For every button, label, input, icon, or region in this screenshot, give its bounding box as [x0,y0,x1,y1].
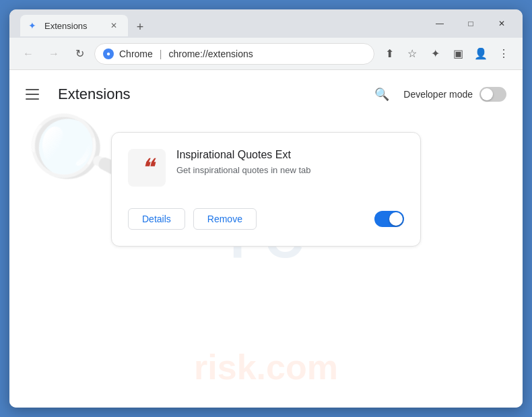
site-name: Chrome [119,49,153,59]
forward-button[interactable]: → [43,43,65,65]
share-icon[interactable]: ⬆ [378,43,400,65]
watermark-bottom: risk.com [194,347,338,387]
address-bar[interactable]: ● Chrome | chrome://extensions [94,43,374,65]
header-actions: 🔍 Developer mode [371,84,506,105]
menu-line-2 [26,94,39,95]
extension-name: Inspirational Quotes Ext [176,149,404,161]
page-content: 🔍 PC risk.com Extensions 🔍 Developer mod… [9,70,523,408]
hamburger-menu-button[interactable] [26,84,47,105]
window-controls: — □ ✕ [424,13,517,34]
menu-line-3 [26,98,39,100]
maximize-button[interactable]: □ [455,13,486,34]
menu-line-1 [26,89,39,90]
bookmark-icon[interactable]: ☆ [401,43,423,65]
menu-icon[interactable]: ⋮ [493,43,514,65]
browser-window: ✦ Extensions ✕ + — □ ✕ ← → ↻ ● Chro [9,9,523,408]
extension-enable-toggle[interactable] [374,211,404,227]
new-tab-button[interactable]: + [131,18,149,36]
developer-mode-label: Developer mode [403,89,473,100]
search-extensions-button[interactable]: 🔍 [371,84,393,105]
tab-close-btn[interactable]: ✕ [108,20,120,32]
extension-description: Get inspirational quotes in new tab [176,165,404,175]
profile-icon[interactable]: 👤 [470,43,492,65]
extension-enable-toggle-knob [389,212,403,226]
extension-card-bottom: Details Remove [128,208,404,230]
title-bar: ✦ Extensions ✕ + — □ ✕ [9,9,523,38]
page-title: Extensions [58,86,131,103]
extension-icon: ❝ [128,149,166,187]
extension-card-top: ❝ Inspirational Quotes Ext Get inspirati… [128,149,404,187]
details-button[interactable]: Details [128,208,185,230]
developer-mode-toggle-knob [481,88,493,100]
minimize-button[interactable]: — [424,13,455,34]
reload-button[interactable]: ↻ [69,43,90,65]
sidebar-icon[interactable]: ▣ [447,43,469,65]
toolbar: ← → ↻ ● Chrome | chrome://extensions ⬆ ☆… [9,38,523,70]
developer-mode-toggle[interactable] [479,87,506,102]
toolbar-icons: ⬆ ☆ ✦ ▣ 👤 ⋮ [378,43,514,65]
remove-button[interactable]: Remove [193,208,257,230]
url-text: chrome://extensions [168,49,253,59]
back-button[interactable]: ← [18,43,39,65]
extension-info: Inspirational Quotes Ext Get inspiration… [176,149,404,175]
extensions-header: Extensions 🔍 Developer mode [9,70,523,116]
extensions-icon[interactable]: ✦ [424,43,446,65]
tab-extensions[interactable]: ✦ Extensions ✕ [20,15,128,36]
developer-mode-section: Developer mode [403,87,506,102]
close-button[interactable]: ✕ [486,13,517,34]
site-icon: ● [103,49,114,59]
quote-mark-icon: ❝ [141,156,154,180]
tab-title: Extensions [44,21,88,31]
url-separator: | [160,49,162,59]
extension-card: ❝ Inspirational Quotes Ext Get inspirati… [111,132,421,247]
tab-extensions-icon: ✦ [28,20,39,31]
